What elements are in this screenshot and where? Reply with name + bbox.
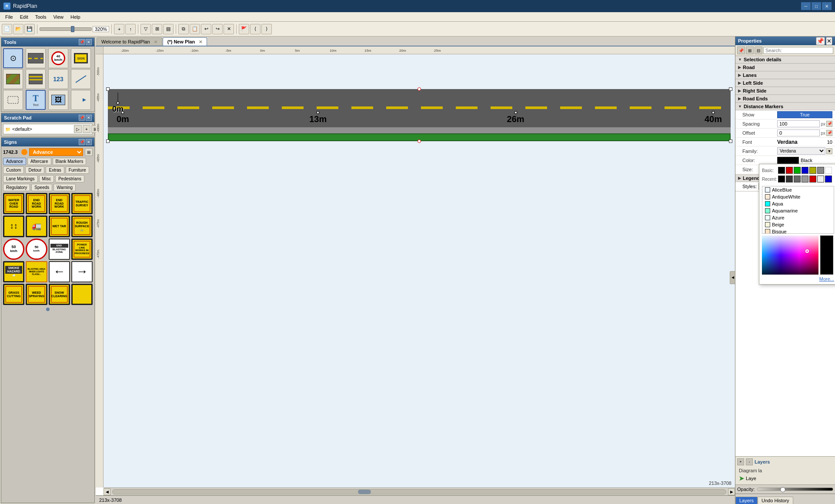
- prop-offset-pin[interactable]: 📌: [826, 130, 832, 136]
- menu-edit[interactable]: Edit: [17, 13, 32, 20]
- filter-regulatory[interactable]: Regulatory: [3, 184, 30, 191]
- recent-5[interactable]: [809, 176, 816, 182]
- handle-bl[interactable]: [106, 139, 110, 143]
- section-road-header[interactable]: ▶ Road: [735, 64, 835, 71]
- recent-4[interactable]: [802, 176, 808, 182]
- props-pin-toolbar[interactable]: 📌: [737, 46, 745, 54]
- section-right-side-header[interactable]: ▶ Right Side: [735, 87, 835, 95]
- tb-redo[interactable]: ↪: [212, 24, 223, 34]
- scratch-pad-close[interactable]: ✕: [86, 115, 92, 121]
- tb-flag[interactable]: 🚩: [239, 24, 249, 34]
- tab-layers[interactable]: Layers: [735, 497, 758, 504]
- filter-furniture[interactable]: Furniture: [66, 166, 89, 174]
- sign-weed-spraying[interactable]: WEED SPRAYING: [26, 284, 47, 305]
- section-road-ends-header[interactable]: ▶ Road Ends: [735, 95, 835, 103]
- tool-arrow[interactable]: [71, 90, 91, 110]
- basic-red[interactable]: [786, 167, 793, 174]
- sign-wet-tar[interactable]: WET TAR: [49, 216, 70, 237]
- sign-50kmh[interactable]: 50km/h: [3, 239, 24, 260]
- sign-smoke-hazard[interactable]: SMOKE HAZARD☁️: [3, 261, 24, 282]
- color-swatch-display[interactable]: [777, 157, 799, 164]
- tool-select[interactable]: ⊙: [3, 48, 23, 68]
- tab-welcome[interactable]: Welcome to RapidPlan ✕: [97, 37, 162, 46]
- color-more-link[interactable]: More...: [819, 276, 834, 282]
- section-left-side-header[interactable]: ▶ Left Side: [735, 80, 835, 87]
- filter-aftercare[interactable]: Aftercare: [27, 158, 51, 165]
- tools-panel-pin[interactable]: 📌: [79, 39, 85, 45]
- sign-arrows-updown[interactable]: ↕↕: [3, 216, 24, 237]
- recent-3[interactable]: [794, 176, 801, 182]
- scroll-left-btn[interactable]: ◀: [104, 488, 110, 495]
- scratch-pad-pin[interactable]: 📌: [79, 115, 85, 121]
- tb-plus[interactable]: +: [114, 24, 124, 34]
- tb-more1[interactable]: ⟨: [250, 24, 261, 34]
- handle-tr[interactable]: [729, 87, 732, 91]
- sign-end-blasting[interactable]: ENDBLASTING ZONE: [49, 239, 70, 260]
- color-spectrum[interactable]: [762, 235, 818, 275]
- scroll-right-btn[interactable]: ▶: [728, 488, 735, 495]
- tb-new[interactable]: 📄: [2, 24, 12, 34]
- tab-undo-history[interactable]: Undo History: [758, 497, 793, 504]
- tb-table[interactable]: ▤: [163, 24, 174, 34]
- handle-bm[interactable]: [418, 139, 421, 143]
- tb-open[interactable]: 📂: [13, 24, 23, 34]
- tab-new-plan[interactable]: (*) New Plan ✕: [163, 37, 207, 46]
- tab-new-plan-close[interactable]: ✕: [199, 40, 202, 44]
- filter-detour[interactable]: Detour: [25, 166, 44, 174]
- tb-undo[interactable]: ↩: [201, 24, 211, 34]
- opacity-slider[interactable]: [757, 487, 833, 491]
- filter-lane-markings[interactable]: Lane Markings: [3, 175, 38, 182]
- recent-1[interactable]: [778, 176, 785, 182]
- section-distance-markers-header[interactable]: ▼ Distance Markers: [735, 103, 835, 110]
- zoom-thumb[interactable]: [71, 26, 74, 32]
- color-azure[interactable]: Azure: [762, 214, 834, 221]
- tool-number[interactable]: 123: [48, 69, 68, 89]
- prop-family-select[interactable]: Verdana Arial Times New Roman: [777, 147, 825, 155]
- sign-truck[interactable]: 🚛: [26, 216, 47, 237]
- basic-blue[interactable]: [802, 167, 808, 174]
- basic-yellow[interactable]: [809, 167, 816, 174]
- close-button[interactable]: ✕: [822, 2, 832, 10]
- tool-speed[interactable]: 40km/h: [48, 48, 68, 68]
- layers-add-btn[interactable]: +: [737, 458, 744, 465]
- sign-end-road-work[interactable]: END ROAD WORK: [49, 193, 70, 214]
- handle-tl[interactable]: [106, 87, 110, 91]
- sign-water-over-road[interactable]: WATER OVER ROAD: [3, 193, 24, 214]
- props-collapse-btn[interactable]: ⊟: [755, 46, 762, 54]
- sign-end-roadwork[interactable]: END ROAD WORK: [26, 193, 47, 214]
- tb-copy[interactable]: ⧉: [178, 24, 189, 34]
- color-bisque[interactable]: Bisque: [762, 228, 834, 234]
- tool-text[interactable]: T Text: [26, 90, 46, 110]
- sign-arrow-right[interactable]: →: [71, 261, 93, 282]
- tool-board[interactable]: SIGN: [71, 48, 91, 68]
- tb-arrow-up[interactable]: ↑: [125, 24, 136, 34]
- section-lanes-header[interactable]: ▶ Lanes: [735, 72, 835, 79]
- prop-offset-input[interactable]: [777, 129, 820, 136]
- basic-green[interactable]: [794, 167, 801, 174]
- tools-panel-close[interactable]: ✕: [86, 39, 92, 45]
- signs-category-select[interactable]: Advance Aftercare Blank Markers Custom: [29, 148, 83, 156]
- tool-road[interactable]: [26, 48, 46, 68]
- handle-br[interactable]: [729, 139, 732, 143]
- canvas-drawing[interactable]: 0m: [104, 54, 735, 487]
- color-beige[interactable]: Beige: [762, 221, 834, 228]
- filter-extras[interactable]: Extras: [46, 166, 64, 174]
- scratch-btn-1[interactable]: ▷: [74, 125, 82, 133]
- section-selection-header[interactable]: ▼ Selection details: [735, 56, 835, 63]
- minimize-button[interactable]: ─: [801, 2, 811, 10]
- tool-rect[interactable]: [3, 90, 23, 110]
- filter-speeds[interactable]: Speeds: [31, 184, 52, 191]
- scrollbar-thumb[interactable]: [358, 490, 371, 494]
- filter-blank[interactable]: Blank Markers: [53, 158, 87, 165]
- sign-power-line[interactable]: POWER LINE WORKS IN PROGRESS: [71, 239, 93, 260]
- props-expand-btn[interactable]: ⊞: [746, 46, 754, 54]
- color-antiquewhite[interactable]: AntiqueWhite: [762, 193, 834, 200]
- sign-blasting-area[interactable]: BLASTING AREA WHEN LIGHTS FLASH...: [26, 261, 47, 282]
- tb-paste[interactable]: 📋: [190, 24, 200, 34]
- props-search-input[interactable]: [763, 47, 833, 54]
- props-close-btn[interactable]: ✕: [826, 37, 832, 45]
- color-aqua[interactable]: Aqua: [762, 200, 834, 207]
- prop-family-down[interactable]: ▼: [826, 148, 832, 154]
- basic-black[interactable]: [778, 167, 785, 174]
- canvas-collapse-handle[interactable]: ◀: [730, 271, 735, 284]
